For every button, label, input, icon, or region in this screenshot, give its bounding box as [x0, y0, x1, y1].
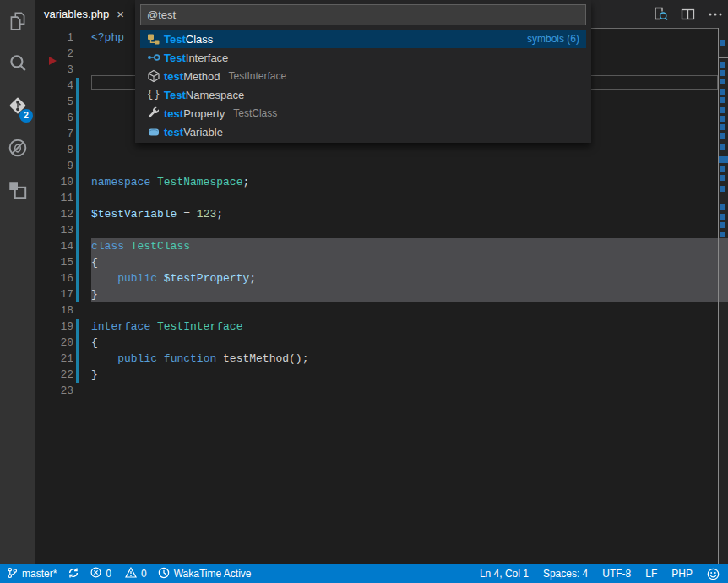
wakatime-item[interactable]: WakaTime Active [158, 567, 252, 581]
line-number[interactable]: 4 [35, 78, 73, 94]
line-number[interactable]: 15 [35, 254, 73, 270]
overview-modified-mark [720, 62, 725, 68]
line-number[interactable]: 17 [35, 286, 73, 302]
quick-open-item-testclass[interactable]: TestClasssymbols (6) [140, 30, 586, 48]
sidebar-item-source-control[interactable]: 2 [0, 84, 35, 127]
code-line[interactable]: 12$testVariable = 123; [35, 206, 728, 222]
split-editor-icon[interactable] [681, 8, 695, 21]
symbol-label: testVariable [164, 126, 223, 139]
sync-button[interactable] [68, 567, 79, 581]
sync-icon [68, 567, 79, 581]
quick-open-item-testinterface[interactable]: TestInterface [140, 48, 586, 67]
line-number[interactable]: 16 [35, 270, 73, 286]
code-line[interactable]: 18 [35, 302, 728, 319]
code-line[interactable]: 21 public function testMethod(); [35, 351, 728, 367]
method-icon [147, 69, 164, 83]
git-modified-gutter [76, 335, 79, 351]
git-modified-gutter [76, 319, 79, 335]
symbols-count-badge: symbols (6) [527, 33, 579, 45]
git-modified-gutter [76, 174, 79, 190]
code-line[interactable]: 15{ [35, 254, 728, 270]
line-number[interactable]: 21 [35, 351, 73, 367]
line-number[interactable]: 7 [35, 126, 73, 142]
ruler-tick [719, 57, 728, 58]
tab-variables-php[interactable]: variables.php × [35, 0, 135, 28]
overview-modified-mark [720, 70, 725, 76]
git-modified-gutter [76, 367, 79, 383]
line-number[interactable]: 8 [35, 142, 73, 158]
quick-open-query: @test [147, 8, 176, 21]
line-number[interactable]: 9 [35, 158, 73, 174]
sidebar-item-debug[interactable] [0, 127, 35, 169]
quick-open-item-testproperty[interactable]: testPropertyTestClass [140, 104, 586, 123]
code-line[interactable]: 14class TestClass [35, 238, 728, 254]
code-line[interactable]: 19interface TestInterface [35, 319, 728, 335]
sidebar-item-extensions[interactable] [0, 169, 35, 211]
symbol-label: testProperty [164, 107, 225, 120]
quick-open-item-testnamespace[interactable]: {}TestNamespace [140, 85, 586, 104]
cursor-position-item[interactable]: Ln 4, Col 1 [480, 568, 529, 580]
line-number[interactable]: 10 [35, 174, 73, 190]
line-number[interactable]: 5 [35, 94, 73, 110]
overview-modified-mark [720, 186, 725, 192]
problems-item[interactable]: 0 0 [90, 567, 146, 580]
line-number[interactable]: 3 [35, 62, 73, 78]
code-line[interactable]: 17} [35, 286, 728, 302]
open-preview-icon[interactable] [653, 7, 668, 21]
property-icon [147, 106, 164, 120]
code-line[interactable]: 20{ [35, 335, 728, 351]
line-number[interactable]: 19 [35, 319, 73, 335]
code-line[interactable]: 8 [35, 142, 728, 158]
editor-actions [653, 0, 723, 28]
encoding-item[interactable]: UTF-8 [602, 568, 631, 580]
line-number[interactable]: 22 [35, 367, 73, 383]
sidebar-item-explorer[interactable] [0, 0, 35, 42]
branch-icon [7, 567, 18, 581]
code-line[interactable]: 9 [35, 158, 728, 174]
quick-open-input[interactable]: @test [140, 4, 586, 25]
git-modified-gutter [76, 351, 79, 367]
git-modified-gutter [76, 158, 79, 174]
symbol-description: TestInterface [229, 70, 287, 82]
variable-icon [147, 125, 164, 139]
quick-open-list: TestClasssymbols (6)TestInterfacetestMet… [140, 30, 586, 141]
indentation-item[interactable]: Spaces: 4 [543, 568, 588, 580]
line-number[interactable]: 14 [35, 238, 73, 254]
git-modified-gutter [76, 238, 79, 254]
more-actions-icon[interactable] [708, 8, 723, 21]
symbol-label: testMethod [164, 70, 220, 83]
quick-open-item-testvariable[interactable]: testVariable [140, 123, 586, 141]
wakatime-label: WakaTime Active [174, 568, 252, 580]
line-number[interactable]: 6 [35, 110, 73, 126]
code-line[interactable]: 22} [35, 367, 728, 383]
code-text: class TestClass [91, 238, 190, 254]
code-line[interactable]: 13 [35, 222, 728, 238]
overview-modified-mark [720, 166, 725, 172]
language-mode-item[interactable]: PHP [671, 568, 693, 580]
code-line[interactable]: 11 [35, 190, 728, 206]
line-number[interactable]: 2 [35, 46, 73, 62]
code-line[interactable]: 16 public $testProperty; [35, 270, 728, 286]
line-number[interactable]: 23 [35, 383, 73, 399]
warning-count: 0 [141, 568, 147, 580]
code-line[interactable]: 23 [35, 383, 728, 399]
overview-modified-mark [720, 214, 725, 220]
scm-badge: 2 [19, 109, 33, 123]
line-number[interactable]: 18 [35, 302, 73, 319]
close-icon[interactable]: × [117, 8, 124, 20]
git-branch-item[interactable]: master* [7, 567, 57, 581]
feedback-smiley-icon[interactable] [707, 568, 720, 580]
status-right: Ln 4, Col 1Spaces: 4UTF-8LFPHP [480, 568, 728, 580]
symbol-label: TestNamespace [164, 89, 244, 101]
code-text: public $testProperty; [91, 270, 256, 286]
line-number[interactable]: 13 [35, 222, 73, 238]
line-number[interactable]: 12 [35, 206, 73, 222]
overview-ruler[interactable] [718, 28, 728, 564]
eol-item[interactable]: LF [645, 568, 657, 580]
quick-open-item-testmethod[interactable]: testMethodTestInterface [140, 67, 586, 85]
sidebar-item-search[interactable] [0, 42, 35, 84]
code-line[interactable]: 10namespace TestNamespace; [35, 174, 728, 190]
line-number[interactable]: 1 [35, 30, 73, 46]
line-number[interactable]: 11 [35, 190, 73, 206]
line-number[interactable]: 20 [35, 335, 73, 351]
